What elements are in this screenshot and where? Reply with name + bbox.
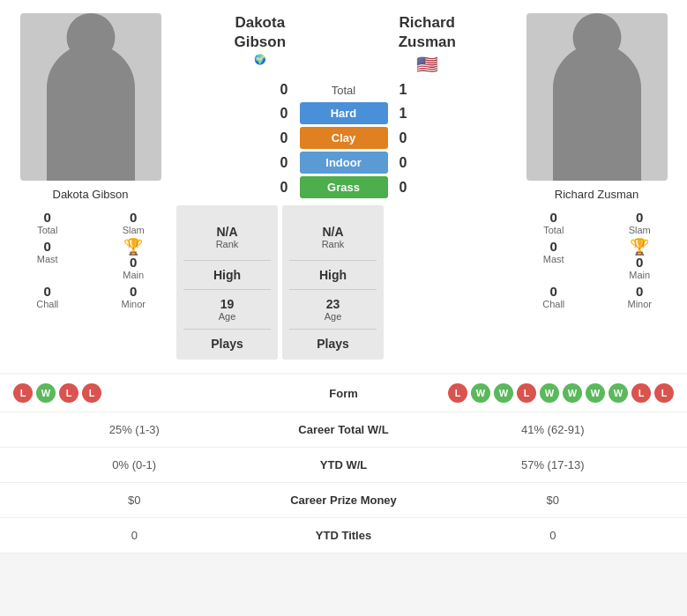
form-row: L W L L Form L W W L W W W W L L — [0, 375, 687, 412]
prize-money-row: $0 Career Prize Money $0 — [0, 483, 687, 518]
left-form: L W L L — [13, 383, 291, 403]
career-wl-right: 41% (62-91) — [432, 423, 675, 436]
right-form-badge-8: L — [631, 383, 651, 403]
indoor-score-row: 0 Indoor 0 — [176, 152, 511, 174]
info-blocks-row: N/A Rank High 19 Age Plays N/A Rank — [176, 205, 511, 360]
right-plays-block: Plays — [289, 329, 377, 351]
left-chall-stat: 0 Chall — [9, 284, 86, 309]
left-country: 🌍 — [176, 54, 344, 65]
left-rank-block: N/A Rank — [183, 214, 271, 260]
right-form-badge-2: W — [494, 383, 513, 403]
right-country-flag: 🇺🇸 — [344, 54, 512, 75]
hard-score-row: 0 Hard 1 — [176, 102, 511, 124]
grass-score-row: 0 Grass 0 — [176, 176, 511, 198]
form-label: Form — [291, 387, 397, 400]
total-score-row: 0 Total 1 — [176, 82, 511, 98]
right-rank-block: N/A Rank — [289, 214, 377, 260]
right-total-stat: 0 Total — [515, 210, 593, 235]
grass-badge: Grass — [300, 176, 388, 198]
ytd-wl-right: 57% (17-13) — [432, 458, 675, 471]
left-form-badge-2: L — [59, 383, 78, 403]
right-player-card: Richard Zusman 0 Total 0 Slam 0 Mast 🏆 0… — [515, 13, 678, 360]
right-form: L W W L W W W W L L — [397, 383, 675, 403]
right-form-badge-1: W — [471, 383, 490, 403]
prize-money-label: Career Prize Money — [256, 494, 432, 507]
hard-badge: Hard — [300, 102, 388, 124]
left-age-block: 19 Age — [183, 289, 271, 322]
center-column: Dakota Gibson 🌍 Richard Zusman 🇺🇸 0 Tota… — [176, 13, 511, 360]
left-trophy-icon: 🏆 — [123, 239, 143, 255]
surface-scores: 0 Hard 1 0 Clay 0 0 Indoor 0 0 Grass 0 — [176, 102, 511, 198]
stats-section: L W L L Form L W W L W W W W L L 25% (1-… — [0, 375, 687, 553]
left-info-block: N/A Rank High 19 Age Plays — [176, 205, 278, 360]
right-chall-stat: 0 Chall — [515, 284, 593, 309]
indoor-badge: Indoor — [300, 152, 388, 174]
ytd-wl-row: 0% (0-1) YTD W/L 57% (17-13) — [0, 448, 687, 483]
left-player-silhouette — [47, 44, 135, 181]
names-row: Dakota Gibson 🌍 Richard Zusman 🇺🇸 — [176, 13, 511, 75]
right-form-badge-7: W — [609, 383, 628, 403]
left-player-card: Dakota Gibson 0 Total 0 Slam 0 Mast 🏆 0 … — [9, 13, 172, 360]
career-wl-left: 25% (1-3) — [13, 423, 256, 436]
left-form-badge-1: W — [36, 383, 56, 403]
right-trophy-main: 🏆 0 Main — [601, 239, 679, 280]
clay-badge: Clay — [300, 127, 388, 149]
right-form-badge-6: W — [586, 383, 605, 403]
left-player-stats: 0 Total 0 Slam 0 Mast 🏆 0 Main 0 Chall 0 — [9, 210, 172, 309]
left-name-center: Dakota Gibson 🌍 — [176, 13, 344, 65]
right-form-badge-5: W — [563, 383, 582, 403]
right-form-badge-0: L — [448, 383, 467, 403]
right-player-photo — [526, 13, 668, 181]
right-minor-stat: 0 Minor — [601, 284, 679, 309]
left-slam-stat: 0 Slam — [95, 210, 173, 235]
right-form-badge-4: W — [540, 383, 559, 403]
right-form-badge-9: L — [654, 383, 674, 403]
player-comparison: Dakota Gibson 0 Total 0 Slam 0 Mast 🏆 0 … — [0, 0, 687, 373]
left-minor-stat: 0 Minor — [95, 284, 173, 309]
right-high-block: High — [289, 260, 377, 282]
prize-money-left: $0 — [13, 494, 256, 507]
left-high-block: High — [183, 260, 271, 282]
right-name-center: Richard Zusman 🇺🇸 — [344, 13, 512, 75]
ytd-titles-left: 0 — [13, 529, 256, 542]
right-slam-stat: 0 Slam — [601, 210, 679, 235]
left-player-name: Dakota Gibson — [53, 188, 129, 201]
career-wl-row: 25% (1-3) Career Total W/L 41% (62-91) — [0, 412, 687, 448]
left-total-stat: 0 Total — [9, 210, 86, 235]
clay-score-row: 0 Clay 0 — [176, 127, 511, 149]
right-player-stats: 0 Total 0 Slam 0 Mast 🏆 0 Main 0 Chall 0 — [515, 210, 678, 309]
ytd-titles-right: 0 — [432, 529, 675, 542]
left-form-badge-0: L — [13, 383, 33, 403]
ytd-wl-left: 0% (0-1) — [13, 458, 256, 471]
left-form-badge-3: L — [82, 383, 101, 403]
prize-money-right: $0 — [432, 494, 675, 507]
left-plays-block: Plays — [183, 329, 271, 351]
left-player-photo — [20, 13, 161, 181]
right-form-badge-3: L — [517, 383, 536, 403]
ytd-titles-row: 0 YTD Titles 0 — [0, 518, 687, 553]
right-trophy-icon: 🏆 — [630, 239, 649, 255]
right-mast-stat: 0 Mast — [515, 239, 593, 280]
left-trophy-main: 🏆 0 Main — [95, 239, 173, 280]
career-wl-label: Career Total W/L — [256, 423, 432, 436]
right-info-block: N/A Rank High 23 Age Plays — [282, 205, 384, 360]
ytd-titles-label: YTD Titles — [256, 529, 432, 542]
right-player-name: Richard Zusman — [555, 188, 638, 201]
left-mast-stat: 0 Mast — [9, 239, 86, 280]
ytd-wl-label: YTD W/L — [256, 458, 432, 471]
right-player-silhouette — [553, 44, 641, 181]
right-age-block: 23 Age — [289, 289, 377, 322]
